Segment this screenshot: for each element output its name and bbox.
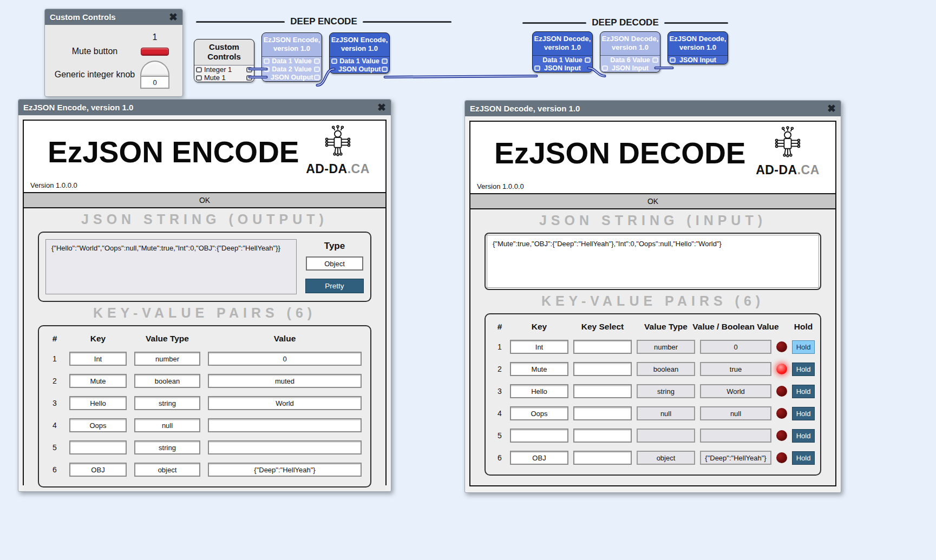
port-json-input[interactable]: JSON Input (533, 64, 592, 72)
port-json-output[interactable]: JSON Output (262, 73, 322, 81)
port-connector[interactable] (196, 75, 202, 81)
value-input[interactable] (208, 374, 362, 388)
port-connector[interactable] (314, 75, 320, 80)
value-readout: World (700, 384, 771, 398)
value-input[interactable] (208, 396, 362, 410)
ad-da-logo: AD-DA.CA (750, 126, 826, 177)
port-connector[interactable] (196, 67, 202, 73)
hold-button[interactable]: Hold (792, 407, 815, 420)
port-connector[interactable] (264, 67, 270, 72)
port-integer-1[interactable]: Integer 1 (194, 65, 254, 74)
key-select-input[interactable] (573, 429, 632, 443)
port-data-1-value[interactable]: Data 1 Value (533, 56, 592, 64)
value-type-input[interactable] (134, 352, 200, 366)
port-data-1-value[interactable]: Data 1 Value (262, 57, 322, 65)
mute-button[interactable] (141, 48, 169, 56)
value-type-input[interactable] (134, 374, 200, 388)
knob-dome-icon[interactable] (140, 61, 169, 76)
node-ezjson-decode-2[interactable]: EzJSON Decode, version 1.0 Data 6 Value … (600, 31, 660, 73)
key-input[interactable] (510, 340, 568, 354)
port-json-input[interactable]: JSON Input (668, 56, 728, 64)
key-input[interactable] (510, 384, 568, 398)
key-input[interactable] (510, 429, 568, 443)
value-type-input[interactable] (134, 418, 200, 432)
key-select-input[interactable] (573, 451, 632, 465)
node-ezjson-decode-3[interactable]: EzJSON Decode, version 1.0 JSON Input (667, 31, 728, 64)
key-select-input[interactable] (573, 406, 632, 420)
key-select-input[interactable] (573, 384, 632, 398)
port-connector[interactable] (382, 67, 388, 72)
pretty-button[interactable]: Pretty (305, 279, 364, 293)
port-connector[interactable] (585, 57, 591, 63)
hold-button[interactable]: Hold (792, 340, 815, 354)
value-input[interactable] (208, 352, 362, 366)
value-type-input[interactable] (134, 463, 200, 477)
type-label: Type (324, 241, 345, 252)
close-icon[interactable]: ✖ (377, 102, 386, 113)
key-input[interactable] (69, 418, 127, 432)
port-json-input[interactable]: JSON Input (600, 64, 660, 72)
port-connector[interactable] (670, 57, 676, 63)
key-input[interactable] (69, 396, 127, 410)
ok-button[interactable]: OK (24, 192, 385, 208)
integer-knob[interactable]: 0 (140, 61, 169, 89)
row-number: 5 (48, 443, 62, 452)
node-ezjson-encode-1[interactable]: EzJSON Encode, version 1.0 Data 1 Value … (261, 32, 322, 82)
col-key: Key (69, 334, 127, 344)
port-mute-1[interactable]: Mute 1 (194, 74, 254, 82)
port-connector[interactable] (314, 58, 320, 64)
port-connector[interactable] (314, 67, 320, 72)
key-input[interactable] (69, 440, 127, 454)
window-titlebar[interactable]: EzJSON Encode, version 1.0 ✖ (18, 100, 391, 115)
table-row: 5 Hold (494, 429, 811, 443)
port-connector[interactable] (331, 58, 337, 64)
col-key-select: Key Select (573, 322, 632, 332)
custom-controls-panel: Custom Controls ✖ 1 Mute button Generic … (44, 9, 183, 97)
key-input[interactable] (69, 374, 127, 388)
type-select[interactable]: Object (306, 256, 363, 271)
port-data-1-value[interactable]: Data 1 Value (330, 57, 389, 65)
key-input[interactable] (510, 406, 568, 420)
node-title: EzJSON Decode, version 1.0 (600, 32, 660, 55)
node-custom-controls[interactable]: Custom Controls Integer 1 Mute 1 (194, 39, 254, 82)
port-connector[interactable] (534, 65, 540, 71)
window-titlebar[interactable]: EzJSON Decode, version 1.0 ✖ (465, 101, 841, 116)
port-connector[interactable] (264, 58, 270, 64)
row-number: 2 (494, 365, 505, 373)
port-data-6-value[interactable]: Data 6 Value (600, 56, 660, 64)
value-type-input[interactable] (134, 396, 200, 410)
value-type-input[interactable] (134, 440, 200, 454)
hold-button[interactable]: Hold (792, 385, 815, 398)
key-input[interactable] (510, 362, 568, 376)
json-input-textarea[interactable]: {"Mute":true,"OBJ":{"Deep":"HellYeah"},"… (487, 235, 819, 288)
key-input[interactable] (69, 352, 127, 366)
close-icon[interactable]: ✖ (169, 12, 178, 22)
port-connector[interactable] (246, 67, 252, 73)
port-connector[interactable] (652, 57, 658, 63)
json-output-textarea[interactable]: {"Hello":"World","Oops":null,"Mute":true… (45, 239, 297, 294)
close-icon[interactable]: ✖ (827, 103, 836, 114)
port-connector[interactable] (246, 75, 252, 81)
hold-button[interactable]: Hold (792, 429, 815, 443)
port-connector[interactable] (382, 58, 388, 64)
type-column: Type Object Pretty (305, 239, 364, 293)
panel-titlebar[interactable]: Custom Controls ✖ (45, 9, 182, 25)
key-select-input[interactable] (573, 340, 632, 354)
value-input[interactable] (208, 418, 362, 432)
port-data-2-value[interactable]: Data 2 Value (262, 65, 322, 73)
key-input[interactable] (510, 451, 568, 465)
value-readout: true (700, 362, 771, 376)
node-ezjson-encode-2[interactable]: EzJSON Encode, version 1.0 Data 1 Value … (329, 32, 390, 74)
key-select-input[interactable] (573, 362, 632, 376)
port-connector[interactable] (602, 65, 608, 71)
node-ezjson-decode-1[interactable]: EzJSON Decode, version 1.0 Data 1 Value … (532, 31, 593, 73)
hold-button[interactable]: Hold (792, 451, 815, 465)
ok-button[interactable]: OK (470, 193, 835, 209)
hold-button[interactable]: Hold (792, 363, 815, 376)
port-json-output[interactable]: JSON Output (330, 65, 389, 73)
page-title: EzJSON ENCODE (48, 135, 299, 169)
value-input[interactable] (208, 463, 362, 477)
value-input[interactable] (208, 440, 362, 454)
value-readout: 0 (700, 340, 771, 354)
key-input[interactable] (69, 463, 127, 477)
